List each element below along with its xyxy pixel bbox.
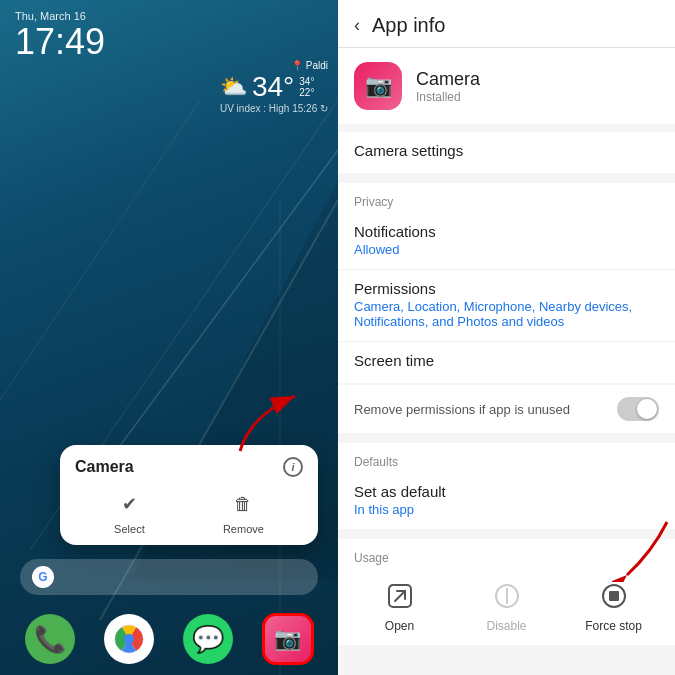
google-icon: G [32,566,54,588]
disable-button: Disable [453,577,560,633]
weather-widget: 📍 Paldi ⛅ 34° 34° 22° UV index : High 15… [220,60,328,114]
app-info-card: 📷 Camera Installed [338,48,675,124]
svg-line-5 [0,100,200,400]
remove-permissions-toggle-row: Remove permissions if app is unused [338,385,675,433]
force-stop-icon [595,577,633,615]
force-stop-label: Force stop [585,619,642,633]
camera-settings-title: Camera settings [354,142,659,159]
remove-action[interactable]: 🗑 Remove [223,489,264,535]
remove-icon: 🗑 [228,489,258,519]
dock-chrome[interactable] [104,614,154,664]
usage-section: Usage Open Di [338,539,675,645]
remove-permissions-toggle[interactable] [617,397,659,421]
notifications-sub: Allowed [354,242,659,257]
weather-temp-row: ⛅ 34° 34° 22° [220,71,328,103]
remove-permissions-section: Remove permissions if app is unused [338,385,675,433]
defaults-section: Defaults Set as default In this app [338,443,675,529]
camera-popup-actions: ✔ Select 🗑 Remove [75,489,303,535]
pin-icon: 📍 [291,60,303,71]
set-as-default-title: Set as default [354,483,659,500]
permissions-sub: Camera, Location, Microphone, Nearby dev… [354,299,659,329]
camera-popup: Camera i ✔ Select 🗑 Remove [60,445,318,545]
app-info-panel: ‹ App info 📷 Camera Installed Camera set… [338,0,675,675]
app-identity: Camera Installed [416,69,480,104]
svg-point-9 [124,634,134,644]
weather-uv: UV index : High 15:26 ↻ [220,103,328,114]
bottom-dock: 📞 💬 📷 [10,613,328,665]
toggle-knob [637,399,657,419]
force-stop-button[interactable]: Force stop [560,577,667,633]
weather-location: 📍 Paldi [220,60,328,71]
search-bar[interactable]: G [20,559,318,595]
dock-whatsapp[interactable]: 💬 [183,614,233,664]
status-time: 17:49 [15,22,323,62]
select-action[interactable]: ✔ Select [114,489,145,535]
weather-temp: 34° [252,71,294,103]
disable-label: Disable [486,619,526,633]
open-button[interactable]: Open [346,577,453,633]
disable-icon [488,577,526,615]
defaults-label: Defaults [338,443,675,473]
app-name: Camera [416,69,480,90]
page-title: App info [372,14,445,37]
status-bar: Thu, March 16 17:49 [15,10,323,62]
app-status: Installed [416,90,480,104]
app-logo: 📷 [354,62,402,110]
remove-permissions-label: Remove permissions if app is unused [354,402,617,417]
dock-camera[interactable]: 📷 [262,613,314,665]
status-date: Thu, March 16 [15,10,323,22]
select-icon: ✔ [114,489,144,519]
open-icon [381,577,419,615]
screen-time-item[interactable]: Screen time [338,342,675,383]
notifications-item[interactable]: Notifications Allowed [338,213,675,270]
app-info-header: ‹ App info [338,0,675,48]
permissions-title: Permissions [354,280,659,297]
privacy-label: Privacy [338,183,675,213]
open-label: Open [385,619,414,633]
dock-phone[interactable]: 📞 [25,614,75,664]
camera-popup-title: Camera [75,458,134,476]
permissions-item[interactable]: Permissions Camera, Location, Microphone… [338,270,675,342]
svg-line-4 [100,200,338,620]
usage-actions-row: Open Disable Force stop [338,573,675,641]
usage-label: Usage [338,547,675,573]
back-button[interactable]: ‹ [354,15,360,36]
notifications-title: Notifications [354,223,659,240]
privacy-section: Privacy Notifications Allowed Permission… [338,183,675,383]
info-icon[interactable]: i [283,457,303,477]
set-as-default-item[interactable]: Set as default In this app [338,473,675,529]
weather-icon: ⛅ [220,74,247,100]
camera-settings-item[interactable]: Camera settings [338,132,675,173]
set-as-default-sub: In this app [354,502,659,517]
svg-rect-14 [609,591,619,601]
phone-screen: Thu, March 16 17:49 📍 Paldi ⛅ 34° 34° 22… [0,0,338,675]
camera-popup-header: Camera i [75,457,303,477]
weather-minmax: 34° 22° [299,76,314,98]
camera-settings-section: Camera settings [338,132,675,173]
screen-time-title: Screen time [354,352,659,369]
